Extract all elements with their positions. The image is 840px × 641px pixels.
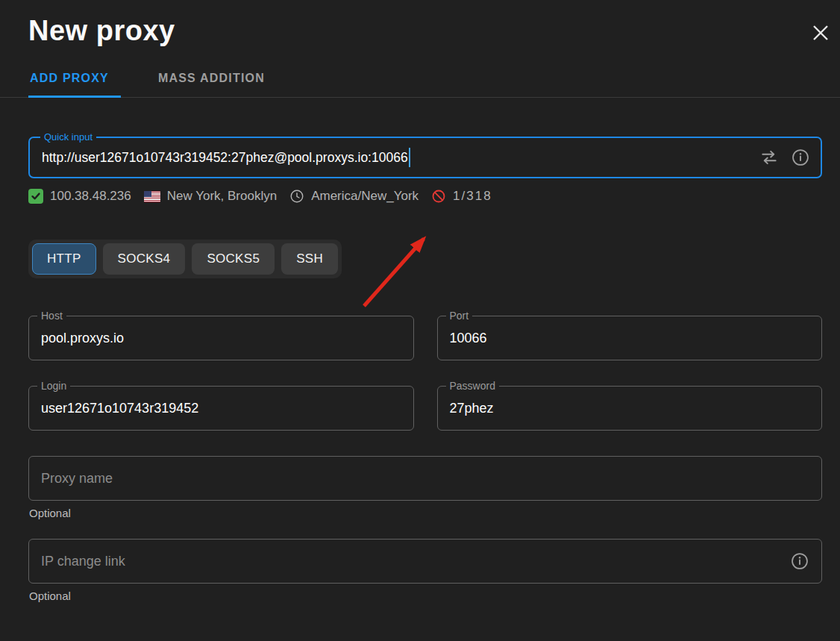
login-field[interactable]: Login — [28, 386, 414, 431]
proxy-check-status: 100.38.48.236 New York, Brooklyn America… — [28, 189, 822, 204]
new-proxy-modal: New proxy ADD PROXY MASS ADDITION Quick … — [0, 15, 840, 641]
password-field[interactable]: Password — [437, 386, 823, 431]
check-success-icon — [28, 189, 43, 204]
swap-arrows-icon — [759, 148, 779, 167]
proxy-location: New York, Brooklyn — [167, 189, 277, 204]
port-input[interactable] — [450, 331, 810, 346]
swap-button[interactable] — [759, 148, 779, 167]
page-title: New proxy — [28, 15, 840, 47]
protocol-socks4-button[interactable]: SOCKS4 — [103, 243, 186, 275]
protocol-socks5-button[interactable]: SOCKS5 — [192, 243, 275, 275]
info-icon — [791, 148, 810, 167]
proxy-name-field[interactable] — [28, 456, 822, 501]
proxy-timezone: America/New_York — [311, 189, 419, 204]
quick-input-field[interactable]: Quick input http://user12671o10743r31945… — [28, 137, 822, 178]
blocked-count: 1/318 — [453, 189, 492, 204]
login-input[interactable] — [41, 401, 401, 416]
quick-input-label: Quick input — [40, 131, 96, 143]
form-content: Quick input http://user12671o10743r31945… — [0, 137, 840, 602]
clock-icon — [289, 189, 304, 204]
tab-bar: ADD PROXY MASS ADDITION — [0, 72, 840, 98]
login-label: Login — [37, 380, 70, 393]
port-field[interactable]: Port — [437, 316, 823, 360]
proxy-fields: Host Port Login Password — [28, 316, 822, 602]
host-label: Host — [37, 310, 66, 322]
protocol-http-button[interactable]: HTTP — [32, 243, 96, 275]
protocol-ssh-button[interactable]: SSH — [281, 243, 338, 275]
us-flag-icon — [144, 191, 160, 202]
blocked-icon — [431, 189, 446, 204]
proxy-ip: 100.38.48.236 — [50, 189, 131, 204]
ip-change-link-helper: Optional — [29, 590, 822, 602]
port-label: Port — [446, 310, 473, 322]
proxy-name-input[interactable] — [41, 471, 809, 487]
ip-change-link-field[interactable] — [28, 539, 822, 584]
quick-input-info-button[interactable] — [791, 148, 810, 167]
quick-input-value: http://user12671o10743r319452:27phez@poo… — [42, 150, 408, 166]
ip-change-link-info-button[interactable] — [790, 551, 809, 571]
password-input[interactable] — [450, 401, 810, 416]
tab-add-proxy[interactable]: ADD PROXY — [28, 72, 121, 98]
host-input[interactable] — [41, 331, 401, 346]
info-icon — [790, 551, 809, 571]
password-label: Password — [446, 380, 499, 393]
proxy-name-helper: Optional — [29, 507, 822, 519]
close-button[interactable] — [807, 19, 834, 46]
host-field[interactable]: Host — [28, 316, 414, 360]
ip-change-link-input[interactable] — [41, 554, 790, 569]
close-icon — [811, 23, 830, 43]
tab-mass-addition[interactable]: MASS ADDITION — [157, 72, 277, 98]
protocol-selector: HTTP SOCKS4 SOCKS5 SSH — [28, 240, 342, 278]
text-caret — [409, 148, 410, 167]
